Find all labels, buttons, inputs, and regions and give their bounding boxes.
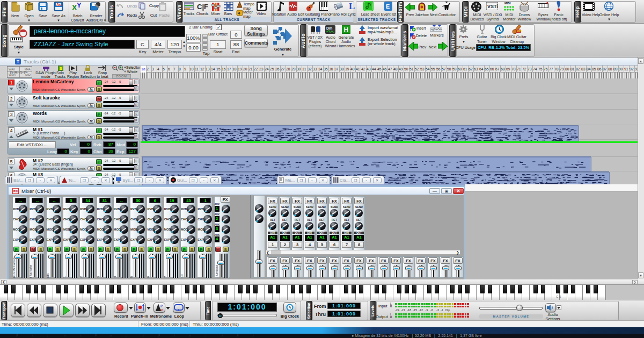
svg-text:As: As (56, 3, 61, 6)
svg-text:MIDI: MIDI (504, 2, 511, 5)
svg-text:4: 4 (238, 11, 240, 16)
svg-text:E: E (386, 3, 390, 10)
svg-text:VSTi: VSTi (487, 4, 498, 9)
svg-text:R: R (160, 308, 163, 312)
svg-text:MIDI: MIDI (517, 30, 522, 33)
svg-text:L: L (349, 1, 355, 11)
svg-text:P: P (160, 304, 163, 308)
svg-text:C|F: C|F (197, 3, 208, 11)
svg-text:Y: Y (77, 2, 82, 9)
svg-text:Dm: Dm (326, 26, 332, 30)
svg-text:H: H (344, 26, 349, 34)
svg-text:S: S (60, 66, 63, 71)
